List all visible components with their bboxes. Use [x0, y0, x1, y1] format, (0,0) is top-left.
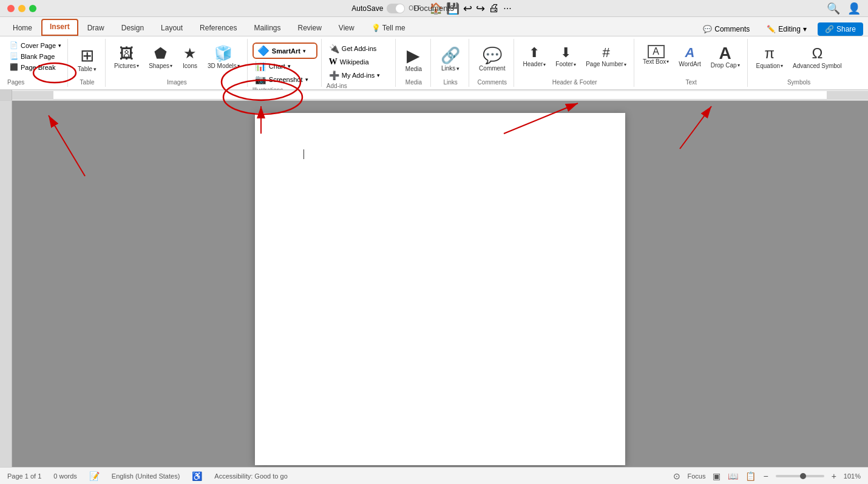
- smartart-button[interactable]: 🔷 SmartArt ▾: [253, 43, 317, 59]
- advanced-symbol-label: Advanced Symbol: [793, 63, 842, 70]
- smartart-arrow: ▾: [303, 48, 306, 54]
- smartart-icon: 🔷: [257, 45, 270, 56]
- pages-items: 📄 Cover Page ▾ 📃 Blank Page ⬛ Page Break: [7, 40, 64, 72]
- pictures-label: Pictures: [114, 63, 136, 70]
- get-add-ins-icon: 🔌: [329, 44, 339, 53]
- tab-draw[interactable]: Draw: [80, 21, 112, 36]
- wikipedia-icon: W: [329, 57, 337, 67]
- zoom-in-icon[interactable]: +: [832, 471, 836, 481]
- comment-icon: 💬: [483, 46, 502, 65]
- ribbon-group-symbols: π Equation ▾ Ω Advanced Symbol Symbols: [749, 39, 849, 87]
- shapes-button[interactable]: ⬟ Shapes ▾: [145, 43, 176, 72]
- accessibility-label: Accessibility: Good to go: [214, 472, 287, 480]
- ribbon-group-pages: 📄 Cover Page ▾ 📃 Blank Page ⬛ Page Break…: [4, 39, 68, 87]
- 3d-models-button[interactable]: 🧊 3D Models ▾: [204, 43, 243, 72]
- 3d-models-icon: 🧊: [214, 45, 232, 63]
- chart-button[interactable]: 📊 Chart ▾: [253, 60, 317, 72]
- comments-button[interactable]: 💬 Comments: [697, 22, 756, 36]
- media-button[interactable]: ▶ Media: [401, 40, 427, 78]
- tab-review[interactable]: Review: [290, 21, 330, 36]
- page-number-label: Page Number: [586, 61, 623, 68]
- zoom-slider[interactable]: [776, 475, 824, 477]
- images-group-label: Images: [167, 78, 187, 86]
- document-title: Document3: [414, 4, 454, 13]
- tab-view[interactable]: View: [331, 21, 362, 36]
- ribbon-group-text: A Text Box ▾ A WordArt A Drop Cap ▾ Text: [636, 39, 748, 87]
- text-box-arrow: ▾: [666, 59, 669, 65]
- page-number-icon: #: [602, 45, 609, 61]
- page-number-arrow: ▾: [624, 62, 626, 68]
- share-button[interactable]: 🔗 Share: [818, 22, 863, 36]
- ruler-container: [0, 90, 868, 101]
- view-layout-icon[interactable]: 📋: [745, 471, 756, 481]
- ribbon-group-links: 🔗 Links ▾ Links: [432, 39, 469, 87]
- page-number-button[interactable]: # Page Number ▾: [582, 43, 630, 70]
- comments-group-label: Comments: [478, 78, 507, 86]
- spell-check-icon[interactable]: 📝: [89, 471, 100, 481]
- autosave-toggle[interactable]: [387, 4, 405, 13]
- tab-layout[interactable]: Layout: [153, 21, 191, 36]
- minimize-button[interactable]: [18, 5, 25, 12]
- text-box-button[interactable]: A Text Box ▾: [639, 43, 673, 68]
- equation-label: Equation: [756, 63, 780, 70]
- equation-button[interactable]: π Equation ▾: [753, 43, 787, 72]
- header-actions: 💬 Comments ✏️ Editing ▾ 🔗 Share: [697, 22, 863, 36]
- tab-mailings[interactable]: Mailings: [246, 21, 288, 36]
- screenshot-button[interactable]: 📷 Screenshot ▾: [253, 73, 317, 86]
- ribbon-group-header-footer: ⬆ Header ▾ ⬇ Footer ▾ # Page Number ▾: [515, 39, 634, 87]
- chart-arrow: ▾: [288, 63, 291, 69]
- title-bar: AutoSave OFF 🏠 💾 ↩ ↪ 🖨 ··· Document3 🔍 👤: [0, 0, 868, 17]
- wikipedia-label: Wikipedia: [340, 58, 369, 66]
- document-page[interactable]: G: [255, 113, 625, 465]
- text-box-icon: A: [648, 45, 665, 58]
- my-add-ins-button[interactable]: ➕ My Add-ins ▾: [327, 69, 392, 81]
- links-button[interactable]: 🔗 Links ▾: [436, 40, 465, 78]
- comment-button[interactable]: 💬 Comment: [474, 40, 510, 78]
- icons-button[interactable]: ★ Icons: [178, 43, 202, 72]
- view-read-icon[interactable]: 📖: [728, 471, 738, 481]
- focus-label[interactable]: Focus: [688, 472, 706, 480]
- cover-page-icon: 📄: [10, 41, 18, 49]
- footer-button[interactable]: ⬇ Footer ▾: [552, 43, 580, 70]
- cover-page-arrow: ▾: [58, 43, 61, 49]
- footer-icon: ⬇: [560, 45, 571, 61]
- table-button[interactable]: ⊞ Table ▾: [73, 40, 101, 78]
- pictures-button[interactable]: 🖼 Pictures ▾: [110, 43, 143, 72]
- tab-insert[interactable]: Insert: [41, 19, 78, 36]
- drop-cap-button[interactable]: A Drop Cap ▾: [707, 43, 744, 72]
- wordart-button[interactable]: A WordArt: [675, 43, 705, 70]
- footer-arrow: ▾: [574, 62, 576, 68]
- editing-label: Editing: [778, 25, 801, 33]
- editing-button[interactable]: ✏️ Editing ▾: [761, 22, 813, 36]
- equation-arrow: ▾: [781, 63, 783, 69]
- zoom-level[interactable]: 101%: [844, 472, 861, 480]
- my-add-ins-arrow: ▾: [377, 72, 380, 78]
- tab-tell-me[interactable]: 💡 Tell me: [364, 21, 413, 36]
- zoom-out-icon[interactable]: −: [763, 471, 768, 481]
- wikipedia-button[interactable]: W Wikipedia: [327, 56, 392, 68]
- close-button[interactable]: [7, 5, 15, 12]
- blank-page-label: Blank Page: [21, 53, 55, 60]
- zoom-thumb: [800, 473, 806, 479]
- tab-references[interactable]: References: [192, 21, 245, 36]
- language[interactable]: English (United States): [112, 472, 180, 480]
- canvas-area[interactable]: G: [12, 101, 868, 467]
- advanced-symbol-button[interactable]: Ω Advanced Symbol: [789, 43, 846, 72]
- 3d-models-arrow: ▾: [237, 63, 240, 69]
- screenshot-label: Screenshot: [269, 76, 303, 83]
- tab-home[interactable]: Home: [5, 21, 40, 36]
- header-button[interactable]: ⬆ Header ▾: [519, 43, 549, 70]
- screenshot-icon: 📷: [255, 74, 266, 85]
- view-normal-icon[interactable]: ▣: [713, 471, 721, 481]
- page-break-button[interactable]: ⬛ Page Break: [7, 62, 64, 72]
- blank-page-button[interactable]: 📃 Blank Page: [7, 51, 64, 61]
- tab-design[interactable]: Design: [114, 21, 152, 36]
- share-label: Share: [836, 25, 856, 33]
- links-group-label: Links: [443, 78, 457, 86]
- maximize-button[interactable]: [29, 5, 36, 12]
- status-right: ⊙ Focus ▣ 📖 📋 − + 101%: [673, 471, 861, 481]
- cover-page-button[interactable]: 📄 Cover Page ▾: [7, 40, 64, 50]
- ribbon-group-images: 🖼 Pictures ▾ ⬟ Shapes ▾ ★ Icons 🧊: [107, 39, 248, 87]
- get-add-ins-button[interactable]: 🔌 Get Add-ins: [327, 43, 392, 55]
- media-icon: ▶: [407, 46, 420, 66]
